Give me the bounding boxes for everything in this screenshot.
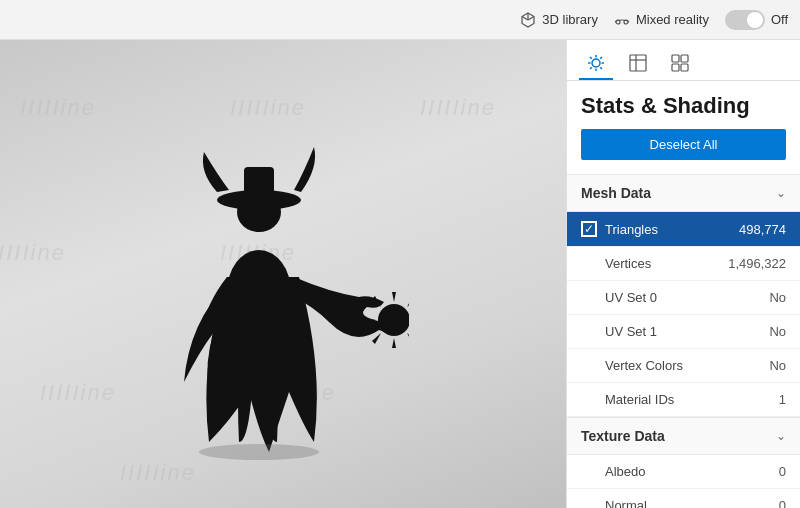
triangles-label: Triangles xyxy=(605,222,658,237)
watermark: IIIIIine xyxy=(420,95,496,121)
mesh-data-header[interactable]: Mesh Data ⌄ xyxy=(567,174,800,212)
material-ids-value: 1 xyxy=(779,392,786,407)
toggle-container: Off xyxy=(725,10,788,30)
svg-rect-23 xyxy=(681,64,688,71)
uv-set-1-label: UV Set 1 xyxy=(581,324,657,339)
sun-icon xyxy=(587,54,605,72)
vertex-colors-row[interactable]: Vertex Colors No xyxy=(567,349,800,383)
svg-line-16 xyxy=(590,67,592,69)
svg-rect-22 xyxy=(672,64,679,71)
top-bar: 3D library Mixed reality Off xyxy=(0,0,800,40)
vertex-colors-label: Vertex Colors xyxy=(581,358,683,373)
tab-grid[interactable] xyxy=(621,48,655,80)
mesh-data-label: Mesh Data xyxy=(581,185,651,201)
vertices-row[interactable]: Vertices 1,496,322 xyxy=(567,247,800,281)
tiles-icon xyxy=(671,54,689,72)
normal-label: Normal xyxy=(581,498,647,508)
cube-icon xyxy=(520,12,536,28)
uv-set-0-label: UV Set 0 xyxy=(581,290,657,305)
3d-library-button[interactable]: 3D library xyxy=(520,12,598,28)
toggle-switch[interactable] xyxy=(725,10,765,30)
3d-model xyxy=(129,82,409,466)
triangles-label-container: ✓ Triangles xyxy=(581,221,658,237)
vertices-value: 1,496,322 xyxy=(728,256,786,271)
main-content: IIIIIine IIIIIine IIIIIine IIIIIine IIII… xyxy=(0,40,800,508)
svg-point-7 xyxy=(199,444,319,460)
svg-rect-17 xyxy=(630,55,646,71)
uv-set-1-value: No xyxy=(769,324,786,339)
watermark: IIIIIine xyxy=(20,95,96,121)
mixed-reality-button[interactable]: Mixed reality xyxy=(614,12,709,28)
uv-set-0-row[interactable]: UV Set 0 No xyxy=(567,281,800,315)
svg-point-6 xyxy=(378,304,409,336)
table-icon xyxy=(629,54,647,72)
watermark: IIIIIine xyxy=(40,380,116,406)
toggle-knob xyxy=(747,12,763,28)
texture-data-chevron: ⌄ xyxy=(776,429,786,443)
tab-sun[interactable] xyxy=(579,48,613,80)
triangles-row[interactable]: ✓ Triangles 498,774 xyxy=(567,212,800,247)
svg-line-13 xyxy=(590,57,592,59)
uv-set-1-row[interactable]: UV Set 1 No xyxy=(567,315,800,349)
normal-value: 0 xyxy=(779,498,786,508)
vertices-label: Vertices xyxy=(581,256,651,271)
triangles-value: 498,774 xyxy=(739,222,786,237)
uv-set-0-value: No xyxy=(769,290,786,305)
triangles-checkbox[interactable]: ✓ xyxy=(581,221,597,237)
albedo-label: Albedo xyxy=(581,464,645,479)
albedo-row[interactable]: Albedo 0 xyxy=(567,455,800,489)
material-ids-label: Material IDs xyxy=(581,392,674,407)
mixed-reality-icon xyxy=(614,12,630,28)
svg-line-14 xyxy=(600,67,602,69)
svg-rect-5 xyxy=(244,167,274,202)
svg-rect-20 xyxy=(672,55,679,62)
vertex-colors-value: No xyxy=(769,358,786,373)
toggle-label: Off xyxy=(771,12,788,27)
panel-title: Stats & Shading xyxy=(567,81,800,129)
material-ids-row[interactable]: Material IDs 1 xyxy=(567,383,800,417)
normal-row[interactable]: Normal 0 xyxy=(567,489,800,508)
panel-tabs xyxy=(567,40,800,81)
right-panel: Stats & Shading Deselect All Mesh Data ⌄… xyxy=(566,40,800,508)
texture-data-header[interactable]: Texture Data ⌄ xyxy=(567,417,800,455)
svg-line-15 xyxy=(600,57,602,59)
viewport: IIIIIine IIIIIine IIIIIine IIIIIine IIII… xyxy=(0,40,566,508)
svg-rect-21 xyxy=(681,55,688,62)
mesh-data-chevron: ⌄ xyxy=(776,186,786,200)
svg-point-8 xyxy=(592,59,600,67)
albedo-value: 0 xyxy=(779,464,786,479)
watermark: IIIIIine xyxy=(0,240,66,266)
texture-data-label: Texture Data xyxy=(581,428,665,444)
deselect-all-button[interactable]: Deselect All xyxy=(581,129,786,160)
tab-tiles[interactable] xyxy=(663,48,697,80)
